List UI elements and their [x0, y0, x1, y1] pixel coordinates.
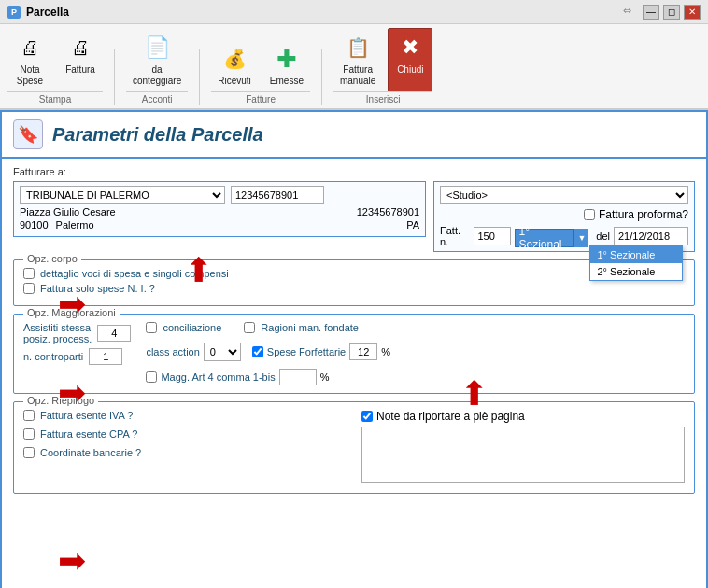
proforma-label: Fattura proforma?: [599, 208, 688, 221]
spese-forfettarie-row: Spese Forfettarie %: [252, 343, 390, 360]
conciliazione-label: conciliazione: [163, 322, 221, 333]
coordinate-checkbox[interactable]: [23, 447, 35, 458]
content: Fatturare a: TRIBUNALE DI PALERMO Piazza…: [2, 159, 706, 509]
class-action-select[interactable]: 0 1 2: [204, 343, 241, 361]
esente-cpa-row: Fattura esente CPA ?: [23, 428, 347, 440]
sezionale-select-wrapper[interactable]: 1° Sezional ▼: [515, 229, 589, 247]
da-conteggiare-button[interactable]: 📄 daconteggiare: [126, 28, 188, 91]
sezionale-dropdown-btn[interactable]: ▼: [573, 229, 588, 247]
fatt-n-label: Fatt. n.: [440, 225, 470, 247]
opz-corpo-title: Opz. corpo: [23, 253, 81, 264]
riepilogo-right: Note da riportare a piè pagina: [361, 410, 685, 485]
chiudi-label: Chiudi: [397, 64, 423, 76]
studio-row: <Studio>: [440, 186, 688, 204]
esente-iva-row: Fattura esente IVA ?: [23, 410, 347, 421]
magg-art-checkbox[interactable]: [146, 371, 157, 383]
controparti-field[interactable]: [89, 348, 122, 365]
date-field[interactable]: [614, 227, 688, 245]
coordinate-label: Coordinate bancarie ?: [40, 447, 141, 458]
fattura-spese-row: Fattura solo spese N. I. ?: [23, 283, 685, 294]
main-area: 🔖 Parametri della Parcella Fatturare a: …: [0, 110, 708, 588]
ragioni-row: Ragioni man. fondate: [244, 322, 359, 333]
magg-content: Assistiti stessaposiz. process. n. contr…: [23, 322, 685, 385]
restore-button[interactable]: ◻: [663, 5, 680, 20]
ragioni-checkbox[interactable]: [244, 322, 255, 333]
dettaglio-label: dettaglio voci di spesa e singoli compen…: [40, 268, 229, 279]
esente-cpa-checkbox[interactable]: [23, 428, 35, 440]
note-row: Note da riportare a piè pagina: [361, 410, 685, 423]
acconti-group: 📄 daconteggiare: [126, 28, 188, 91]
stampa-group: 🖨 NotaSpese 🖨 Fattura: [7, 28, 103, 91]
opz-riepilogo-title: Opz. Riepilogo: [23, 395, 98, 406]
fattura-manuale-label: Fatturamanuale: [340, 64, 375, 87]
magg-art-label: Magg. Art 4 comma 1-bis: [161, 371, 275, 383]
sep1: [114, 49, 115, 105]
da-conteggiare-icon: 📄: [142, 33, 172, 63]
esente-iva-label: Fattura esente IVA ?: [40, 410, 133, 421]
chiudi-button[interactable]: ✖ Chiudi: [388, 28, 432, 91]
da-conteggiare-label: daconteggiare: [133, 64, 181, 87]
nota-spese-icon: 🖨: [15, 33, 45, 63]
ricevuti-button[interactable]: 💰 Ricevuti: [211, 39, 258, 91]
magg-art-value[interactable]: [279, 369, 317, 385]
nota-spese-button[interactable]: 🖨 NotaSpese: [7, 28, 52, 91]
minimize-button[interactable]: —: [643, 5, 659, 20]
dettaglio-checkbox[interactable]: [23, 268, 35, 279]
note-textarea[interactable]: [361, 427, 685, 483]
proforma-checkbox[interactable]: [584, 209, 595, 220]
fattura-button[interactable]: 🖨 Fattura: [58, 28, 103, 91]
nota-spese-label: NotaSpese: [17, 64, 43, 87]
conciliazione-checkbox[interactable]: [146, 322, 157, 333]
assistiti-label: Assistiti stessaposiz. process.: [23, 322, 92, 344]
esente-cpa-label: Fattura esente CPA ?: [40, 428, 137, 440]
opz-riepilogo-section: Opz. Riepilogo Fattura esente IVA ? Fatt…: [13, 401, 695, 494]
title-bar: P Parcella ⇔ — ◻ ✕: [0, 0, 708, 24]
title-bar-left: P Parcella: [7, 6, 69, 19]
magg-left: Assistiti stessaposiz. process. n. contr…: [23, 322, 131, 365]
spese-label: Spese Forfettarie: [267, 346, 346, 357]
fattura-manuale-button[interactable]: 📋 Fatturamanuale: [333, 28, 382, 91]
fattura-spese-checkbox[interactable]: [23, 283, 35, 294]
address-row-2: Piazza Giulio Cesare 12345678901: [20, 206, 419, 217]
tribunale-select[interactable]: TRIBUNALE DI PALERMO: [20, 186, 225, 204]
esente-iva-checkbox[interactable]: [23, 410, 35, 421]
ricevuti-icon: 💰: [219, 44, 249, 74]
controparti-row: n. controparti: [23, 348, 131, 365]
emesse-icon: ✚: [272, 44, 302, 74]
controparti-label: n. controparti: [23, 351, 83, 362]
sezionale-option-2[interactable]: 2° Sezionale: [590, 263, 682, 280]
citta-text: Palermo: [56, 219, 407, 231]
spese-checkbox[interactable]: [252, 346, 263, 357]
cap-text: 90100: [20, 219, 49, 231]
opz-magg-section: Opz. Maggiorazioni Assistiti stessaposiz…: [13, 314, 695, 394]
opz-magg-title: Opz. Maggiorazioni: [23, 307, 120, 318]
fatturare-right: <Studio> Fattura proforma? Fatt. n.: [433, 181, 695, 252]
sezionale-value: 1° Sezional: [515, 229, 574, 247]
assistiti-field[interactable]: [97, 325, 131, 342]
fatture-group: 💰 Ricevuti ✚ Emesse: [211, 39, 310, 91]
toolbar: 🖨 NotaSpese 🖨 Fattura Stampa 📄 dacontegg…: [0, 24, 708, 110]
sezionale-option-1[interactable]: 1° Sezionale: [590, 246, 682, 263]
close-button[interactable]: ✕: [684, 5, 701, 20]
title-bar-controls: ⇔ — ◻ ✕: [623, 5, 701, 20]
page-title: Parametri della Parcella: [52, 124, 263, 146]
spese-value-field[interactable]: [349, 343, 377, 360]
class-action-label: class action: [146, 346, 199, 357]
note-checkbox[interactable]: [361, 411, 373, 422]
red-arrow-3: ➡: [58, 541, 86, 581]
class-action-row: class action 0 1 2: [146, 343, 240, 361]
provincia-text: PA: [406, 219, 419, 231]
sezionale-container: 1° Sezional ▼ 1° Sezionale 2° Sezionale: [515, 225, 589, 247]
app-icon: P: [7, 6, 21, 19]
fatturare-label: Fatturare a:: [13, 166, 695, 177]
emesse-button[interactable]: ✚ Emesse: [263, 39, 310, 91]
percent-symbol: %: [381, 346, 390, 357]
fatture-label: Fatture: [211, 91, 310, 105]
assistiti-row: Assistiti stessaposiz. process.: [23, 322, 131, 344]
codice1-field[interactable]: [231, 186, 324, 204]
fatt-num-field[interactable]: [474, 227, 511, 245]
studio-select[interactable]: <Studio>: [440, 186, 688, 204]
app-title: Parcella: [26, 6, 69, 19]
magg-percent: %: [320, 371, 330, 383]
acconti-label: Acconti: [126, 91, 188, 105]
